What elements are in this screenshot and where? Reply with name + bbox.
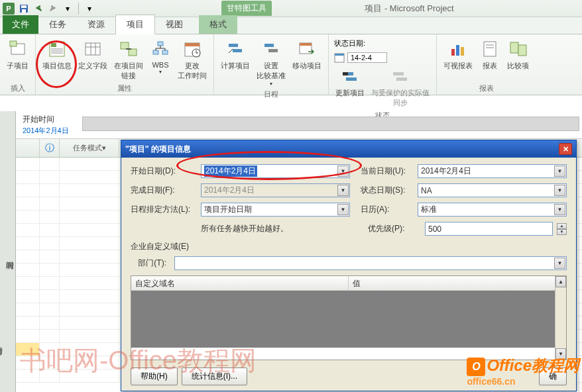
links-button[interactable]: 在项目间 链接 xyxy=(111,37,146,82)
spinner-buttons[interactable]: ▲▼ xyxy=(557,223,567,235)
status-date-label: 状态日期: xyxy=(334,38,365,48)
watermark-icon: O xyxy=(467,358,485,376)
group-status: 状态日期: 更新项目 与受保护的实际值 同步 状态 xyxy=(329,34,437,95)
enterprise-section-label: 企业自定义域(E) xyxy=(131,241,567,252)
project-info-button[interactable]: 项目信息 xyxy=(40,37,74,72)
undo-icon[interactable] xyxy=(32,2,45,15)
custom-fields-body[interactable] xyxy=(131,291,566,348)
compare-button[interactable]: 比较项 xyxy=(504,37,532,72)
view-sidebar: 时间表 甘特图 xyxy=(0,111,16,392)
finish-date-dropdown: 2014年2月4日▼ xyxy=(201,183,350,197)
current-date-label: 当前日期(U): xyxy=(361,166,414,177)
svg-rect-1 xyxy=(21,5,27,8)
start-date-label: 开始日期(D): xyxy=(131,166,197,177)
calc-icon xyxy=(225,38,246,60)
timeline-start-date: 2014年2月4日 xyxy=(23,126,69,136)
svg-rect-24 xyxy=(264,44,274,47)
svg-rect-38 xyxy=(484,42,496,56)
wbs-button[interactable]: WBS▾ xyxy=(147,37,174,76)
schedule-hint: 所有任务越快开始越好。 xyxy=(201,223,357,234)
change-time-button[interactable]: 更改 工作时间 xyxy=(175,37,209,82)
chart-icon xyxy=(447,38,469,60)
calendar-label: 日历(A): xyxy=(361,204,414,215)
baseline-button[interactable]: 设置 比较基准▾ xyxy=(254,37,288,88)
sync-icon xyxy=(390,66,411,87)
calendar-small-icon xyxy=(334,52,345,63)
qat-extra-icon[interactable]: ▾ xyxy=(83,2,96,15)
col-field-name: 自定义域名 xyxy=(131,276,349,290)
svg-rect-4 xyxy=(10,41,17,46)
dept-dropdown[interactable]: ▼ xyxy=(174,256,567,270)
save-icon[interactable] xyxy=(17,2,30,15)
svg-rect-23 xyxy=(233,49,242,52)
tab-project[interactable]: 项目 xyxy=(115,15,155,34)
svg-rect-25 xyxy=(268,49,278,52)
col-value: 值 xyxy=(349,276,566,290)
dropdown-arrow-icon[interactable]: ▼ xyxy=(554,204,565,215)
subproject-button[interactable]: 子项目 xyxy=(4,37,31,72)
contextual-tab-label: 甘特图工具 xyxy=(221,1,272,16)
priority-spinner[interactable]: 500 xyxy=(425,222,553,236)
qat-dropdown-icon[interactable]: ▾ xyxy=(61,2,74,15)
move-project-button[interactable]: 移动项目 xyxy=(290,37,324,72)
svg-rect-10 xyxy=(86,43,100,55)
priority-label: 优先级(P): xyxy=(368,223,421,234)
report-button[interactable]: 报表 xyxy=(477,37,503,72)
watermark-text: 书吧网-Office教程网 xyxy=(20,342,257,379)
finish-date-label: 完成日期(F): xyxy=(131,185,197,196)
group-properties: 项目信息 定义字段 在项目间 链接 WBS▾ 更改 工作时间 属性 xyxy=(36,34,214,95)
calendar-dropdown[interactable]: 标准▼ xyxy=(418,203,567,217)
dropdown-arrow-icon[interactable]: ▼ xyxy=(554,185,565,196)
sidebar-timeline-label: 时间表 xyxy=(4,118,15,392)
compare-icon xyxy=(508,38,529,60)
dropdown-arrow-icon[interactable]: ▼ xyxy=(554,258,565,269)
ribbon-tabs: 文件 任务 资源 项目 视图 格式 xyxy=(0,17,582,34)
wbs-icon xyxy=(150,38,171,60)
redo-icon[interactable] xyxy=(46,2,60,15)
watermark-url: office66.cn xyxy=(467,376,579,387)
tab-view[interactable]: 视图 xyxy=(155,15,194,34)
start-date-dropdown[interactable]: 2014年2月4日▼ xyxy=(201,164,350,178)
group-reports: 可视报表 报表 比较项 报表 xyxy=(437,34,536,95)
svg-rect-27 xyxy=(300,43,312,46)
svg-rect-37 xyxy=(461,47,464,56)
sync-button[interactable]: 与受保护的实际值 同步 xyxy=(369,64,432,109)
close-button[interactable]: ✕ xyxy=(559,143,572,155)
scroll-up-icon[interactable]: ▲ xyxy=(555,276,566,287)
tab-task[interactable]: 任务 xyxy=(38,15,77,34)
svg-rect-15 xyxy=(129,49,137,56)
group-schedule: 计算项目 设置 比较基准▾ 移动项目 日程 xyxy=(214,34,329,95)
group-reports-label: 报表 xyxy=(441,82,532,95)
svg-rect-31 xyxy=(346,77,357,81)
app-title: 项目 - Microsoft Project xyxy=(365,3,453,15)
dropdown-arrow-icon[interactable]: ▼ xyxy=(554,166,565,177)
status-date-label: 状态日期(S): xyxy=(361,185,414,196)
visual-report-button[interactable]: 可视报表 xyxy=(441,37,475,72)
timeline-bar[interactable] xyxy=(82,117,579,131)
row-number-header xyxy=(16,139,40,157)
status-date-field[interactable] xyxy=(347,52,387,63)
current-date-dropdown[interactable]: 2014年2月4日▼ xyxy=(418,164,567,178)
dropdown-arrow-icon[interactable]: ▼ xyxy=(337,204,349,215)
sidebar-gantt-label: 甘特图 xyxy=(0,290,4,392)
timeline-panel: 开始时间 2014年2月4日 xyxy=(16,111,582,139)
update-project-button[interactable]: 更新项目 xyxy=(333,64,367,99)
svg-rect-35 xyxy=(451,49,455,56)
watermark-logo: OOffice教程网 office66.cn xyxy=(467,355,579,387)
dialog-titlebar[interactable]: "项目" 的项目信息 ✕ xyxy=(121,140,576,158)
svg-rect-20 xyxy=(185,43,200,46)
tab-file[interactable]: 文件 xyxy=(3,15,38,34)
tab-format[interactable]: 格式 xyxy=(199,15,237,34)
svg-rect-22 xyxy=(229,44,238,47)
table-scrollbar[interactable]: ▲ ▼ xyxy=(555,276,566,360)
schedule-from-dropdown[interactable]: 项目开始日期▼ xyxy=(201,203,350,217)
dept-label: 部门(T): xyxy=(131,258,170,269)
svg-rect-2 xyxy=(22,9,26,13)
tab-resource[interactable]: 资源 xyxy=(77,15,115,34)
dropdown-arrow-icon[interactable]: ▼ xyxy=(337,166,349,177)
task-mode-header[interactable]: 任务模式 ▾ xyxy=(60,139,119,157)
custom-fields-button[interactable]: 定义字段 xyxy=(76,37,110,72)
dropdown-arrow-icon: ▼ xyxy=(337,185,349,196)
status-date-dropdown[interactable]: NA▼ xyxy=(418,183,567,197)
calc-project-button[interactable]: 计算项目 xyxy=(218,37,253,72)
